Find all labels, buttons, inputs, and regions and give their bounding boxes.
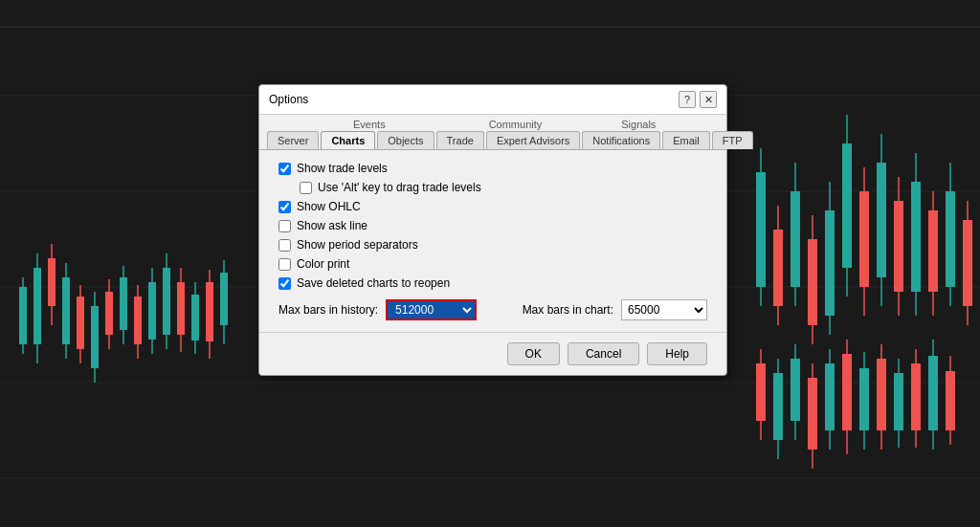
close-button[interactable]: ✕	[700, 91, 717, 108]
max-bars-history-label: Max bars in history:	[278, 303, 378, 317]
max-bars-chart-select[interactable]: 65000 50000 25000 10000	[621, 299, 707, 320]
tab-server[interactable]: Server	[267, 131, 319, 149]
checkbox-row-show-period-separators: Show period separators	[278, 238, 707, 252]
checkbox-row-show-ask-line: Show ask line	[278, 219, 707, 232]
checkbox-row-show-ohlc: Show OHLC	[278, 200, 707, 213]
titlebar-buttons: ? ✕	[679, 91, 717, 108]
tab-email[interactable]: Email	[662, 131, 710, 149]
label-show-ohlc[interactable]: Show OHLC	[297, 200, 361, 213]
dialog-titlebar: Options ? ✕	[259, 85, 726, 115]
dialog-content: Show trade levels Use 'Alt' key to drag …	[259, 150, 726, 332]
label-show-ask-line[interactable]: Show ask line	[297, 219, 368, 232]
checkbox-row-color-print: Color print	[278, 257, 707, 271]
upper-label-events: Events	[353, 119, 386, 130]
upper-label-signals: Signals	[621, 119, 656, 130]
help-button[interactable]: ?	[679, 91, 696, 108]
checkbox-show-ask-line[interactable]	[278, 220, 291, 232]
dialog-title: Options	[269, 93, 308, 106]
checkbox-show-period-separators[interactable]	[278, 239, 291, 252]
tab-notifications[interactable]: Notifications	[582, 131, 660, 149]
upper-label-community: Community	[489, 119, 543, 130]
checkbox-row-show-trade-levels: Show trade levels	[278, 162, 707, 175]
tab-objects[interactable]: Objects	[377, 131, 434, 149]
nav-lower-tabs: Server Charts Objects Trade Expert Advis…	[267, 131, 719, 149]
checkbox-row-save-deleted-charts: Save deleted charts to reopen	[278, 276, 707, 290]
label-show-period-separators[interactable]: Show period separators	[297, 238, 418, 252]
checkbox-row-use-alt-key: Use 'Alt' key to drag trade levels	[278, 181, 707, 194]
label-show-trade-levels[interactable]: Show trade levels	[297, 162, 388, 175]
max-bars-chart-label: Max bars in chart:	[523, 303, 613, 317]
max-bars-history-select[interactable]: 512000 1000000 100000	[386, 299, 477, 320]
checkbox-show-trade-levels[interactable]	[278, 163, 291, 175]
help-dialog-button[interactable]: Help	[647, 342, 707, 365]
label-save-deleted-charts[interactable]: Save deleted charts to reopen	[297, 276, 450, 290]
options-dialog: Options ? ✕ Events Community Signals Ser…	[258, 84, 727, 376]
checkbox-save-deleted-charts[interactable]	[278, 277, 291, 290]
ok-button[interactable]: OK	[507, 342, 560, 365]
tab-navigation: Events Community Signals Server Charts O…	[259, 115, 726, 150]
tab-charts[interactable]: Charts	[321, 131, 375, 149]
label-color-print[interactable]: Color print	[297, 257, 349, 271]
nav-upper-labels: Events Community Signals	[267, 119, 719, 131]
checkbox-show-ohlc[interactable]	[278, 201, 291, 213]
dialog-footer: OK Cancel Help	[259, 332, 726, 375]
label-use-alt-key[interactable]: Use 'Alt' key to drag trade levels	[318, 181, 481, 194]
tab-expert-advisors[interactable]: Expert Advisors	[486, 131, 580, 149]
checkbox-use-alt-key[interactable]	[300, 182, 312, 194]
input-row: Max bars in history: 512000 1000000 1000…	[278, 299, 707, 320]
cancel-button[interactable]: Cancel	[568, 342, 639, 365]
tab-trade[interactable]: Trade	[436, 131, 484, 149]
dialog-overlay: Options ? ✕ Events Community Signals Ser…	[0, 0, 980, 527]
checkbox-color-print[interactable]	[278, 258, 291, 271]
tab-ftp[interactable]: FTP	[712, 131, 753, 149]
